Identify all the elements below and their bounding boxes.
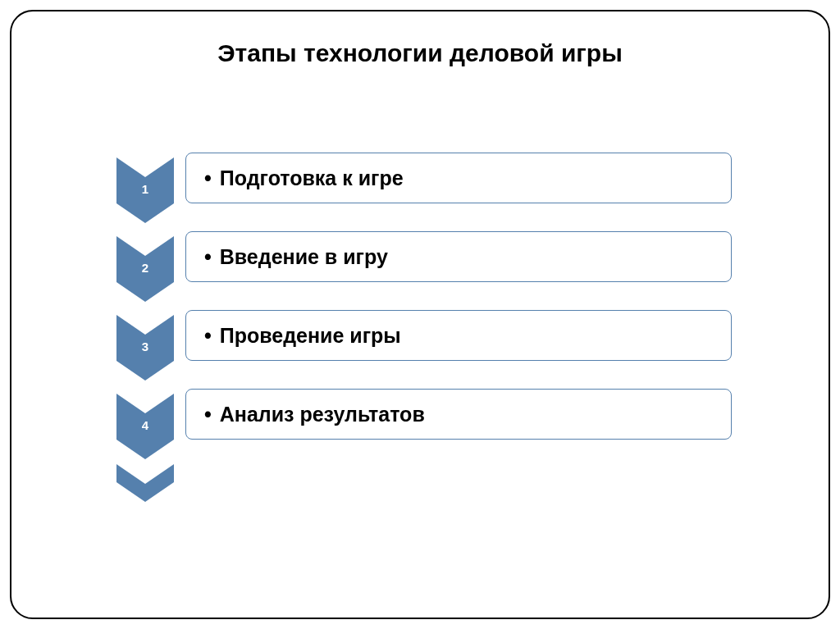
step-label: Анализ результатов	[220, 403, 425, 426]
step-label: Подготовка к игре	[220, 166, 404, 190]
step-number: 4	[116, 418, 174, 432]
bullet-icon: •	[204, 166, 212, 190]
step-text: • Подготовка к игре	[185, 153, 732, 203]
step-text: • Проведение игры	[185, 310, 732, 361]
bullet-icon: •	[204, 324, 212, 348]
slide-title: Этапы технологии деловой игры	[11, 39, 829, 67]
step-label: Введение в игру	[220, 245, 388, 269]
list-item: 4 • Анализ результатов	[116, 389, 740, 458]
step-number: 3	[116, 340, 174, 353]
list-item: 1 • Подготовка к игре	[116, 153, 740, 221]
step-text: • Введение в игру	[185, 231, 732, 282]
slide-frame: Этапы технологии деловой игры 1 • Подгот…	[10, 10, 830, 619]
step-label: Проведение игры	[220, 324, 401, 348]
step-number: 2	[116, 261, 174, 275]
step-number: 1	[116, 182, 174, 196]
step-chevron-icon: 3	[116, 315, 174, 382]
chevron-tail-icon	[116, 464, 174, 531]
bullet-icon: •	[204, 245, 212, 269]
steps-list: 1 • Подготовка к игре 2 • Введение в игр…	[116, 153, 740, 510]
list-item: 3 • Проведение игры	[116, 310, 740, 379]
bullet-icon: •	[204, 403, 212, 426]
step-chevron-icon: 4	[116, 394, 174, 461]
step-chevron-icon: 1	[116, 157, 174, 225]
step-text: • Анализ результатов	[185, 389, 732, 440]
step-chevron-icon: 2	[116, 236, 174, 303]
list-item: 2 • Введение в игру	[116, 231, 740, 300]
list-tail	[116, 467, 740, 500]
